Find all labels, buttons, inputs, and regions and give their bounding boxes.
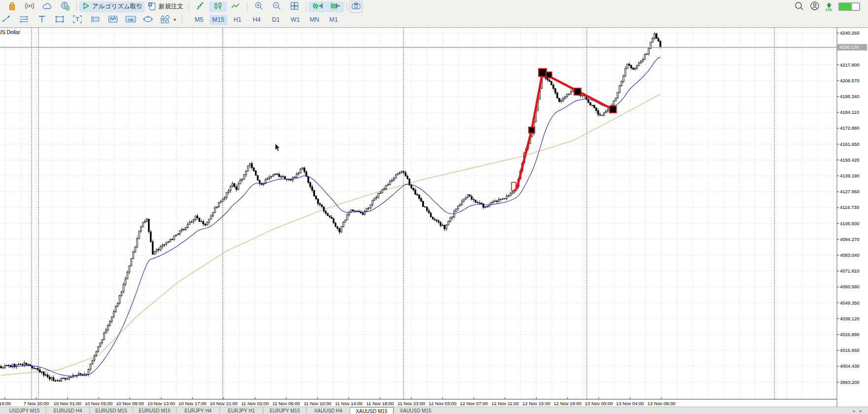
time-axis-label: 11 Nov 14:00: [335, 401, 362, 406]
candle-chart-button[interactable]: [209, 1, 227, 12]
trendline-icon: [1, 14, 11, 26]
market-button[interactable]: [3, 1, 21, 12]
line-chart-icon: [231, 1, 241, 12]
price-axis-label: 4127.960: [840, 189, 860, 194]
new-order-button[interactable]: 新規注文: [145, 1, 186, 12]
time-axis-label: 13 Nov 08:00: [648, 401, 676, 406]
price-axis-label: 4026.890: [840, 332, 860, 337]
price-axis-label: 4150.420: [840, 157, 860, 163]
market-bag-icon: [8, 1, 16, 12]
price-axis-label: 3993.200: [840, 380, 860, 385]
time-axis-label: 12 Nov 03:00: [429, 401, 457, 406]
tabs-scroll-left-icon[interactable]: ◂: [852, 408, 855, 414]
time-axis-label: 10 Nov 21:00: [210, 401, 238, 406]
chart-tab-eurusd-m15[interactable]: EURUSD M15: [133, 407, 176, 414]
price-label-tool-button[interactable]: [86, 14, 104, 25]
price-axis-label: 4139.190: [840, 173, 860, 178]
candlestick-chart[interactable]: 4240.2604217.8004206.5704195.3404184.110…: [0, 0, 868, 414]
timeframe-m15[interactable]: M15: [210, 15, 227, 25]
screenshot-camera-icon: [351, 2, 361, 12]
time-axis-label: 12 Nov 07:00: [460, 401, 488, 406]
community-button[interactable]: [56, 1, 74, 12]
timeframe-switcher: M5M15H1H4D1W1MNM1: [190, 15, 343, 25]
zoom-in-button[interactable]: [250, 1, 268, 12]
tick-chart-button[interactable]: [191, 1, 209, 12]
auto-scroll-icon: [330, 1, 341, 12]
price-axis-label: 4015.660: [840, 347, 860, 353]
chart-tab-bar: USDJPY M15EURUSD H4EURUSD M15EURUSD M15E…: [0, 407, 868, 414]
chart-tab-eurjpy-h1[interactable]: EURJPY H1: [219, 407, 263, 414]
signals-button[interactable]: [21, 1, 38, 12]
timeframe-h4[interactable]: H4: [248, 15, 266, 25]
search-button[interactable]: [794, 1, 804, 13]
separator: [306, 2, 306, 11]
level-up-badge[interactable]: LVL: [826, 2, 832, 11]
text-tool-button[interactable]: [33, 14, 51, 25]
chart-tab-xauusd-m15[interactable]: XAUUSD M15: [350, 407, 394, 414]
price-axis-label: 4240.260: [840, 30, 860, 35]
timeframe-m1[interactable]: M1: [325, 15, 343, 25]
separator: [247, 2, 248, 11]
new-order-label: 新規注文: [159, 2, 183, 11]
channel-icon: [19, 14, 30, 26]
time-axis-label: 10 Nov 17:00: [179, 401, 207, 406]
line-chart-button[interactable]: [227, 1, 245, 12]
algo-trading-button[interactable]: アルゴリズム取引: [79, 1, 145, 12]
vps-button[interactable]: [38, 1, 56, 12]
auto-scroll-button[interactable]: [326, 1, 344, 12]
annotation-square-marker[interactable]: [539, 69, 546, 76]
tile-windows-button[interactable]: [286, 1, 303, 12]
trendline-tool-button[interactable]: [0, 14, 15, 25]
lvl-label: LVL: [826, 8, 832, 11]
annotation-square-marker[interactable]: [574, 88, 581, 95]
toolbar-right-group: LVL: [794, 1, 860, 13]
chart-tab-eurusd-h4[interactable]: EURUSD H4: [46, 407, 89, 414]
chart-tab-usdjpy-m15[interactable]: USDJPY M15: [3, 407, 46, 414]
timeframe-h1[interactable]: H1: [229, 15, 247, 25]
time-axis-label: 10 Nov 05:00: [85, 401, 113, 406]
level-up-icon: [826, 2, 832, 8]
label-tool-button[interactable]: [69, 14, 86, 25]
script-tool-button[interactable]: OK: [122, 14, 140, 25]
rectangle-icon: [54, 14, 65, 26]
rectangle-tool-button[interactable]: [51, 14, 69, 25]
price-axis-label: 4172.880: [840, 125, 860, 131]
time-axis-label: 12 Nov 19:00: [554, 401, 582, 406]
algo-play-icon: [82, 1, 90, 12]
indicator-tool-button[interactable]: [104, 14, 122, 25]
time-axis-label: 16:00: [0, 401, 11, 406]
algo-trading-label: アルゴリズム取引: [92, 2, 143, 11]
annotation-square-marker[interactable]: [610, 106, 616, 113]
chart-tab-eurusd-m15[interactable]: EURUSD M15: [89, 407, 133, 414]
chart-tab-xauusd-h4[interactable]: XAUUSD H4: [306, 407, 350, 414]
shapes-dropdown-button[interactable]: ▾: [157, 14, 179, 25]
chart-tab-eurjpy-m15[interactable]: EURJPY M15: [263, 407, 306, 414]
timeframe-mn[interactable]: MN: [306, 15, 324, 25]
ellipse-tool-button[interactable]: [140, 14, 157, 25]
dropdown-caret-icon: ▾: [174, 17, 176, 22]
annotation-square-marker[interactable]: [529, 127, 535, 133]
screenshot-button[interactable]: [350, 1, 362, 13]
price-axis-label: 4004.430: [840, 363, 860, 369]
profile-button[interactable]: [810, 1, 820, 13]
zoom-out-button[interactable]: [268, 1, 286, 12]
shift-end-button[interactable]: [309, 1, 326, 12]
indicator-window-icon: [108, 14, 118, 26]
chart-tab-eurjpy-h4[interactable]: EURJPY H4: [176, 407, 219, 414]
timeframe-d1[interactable]: D1: [267, 15, 285, 25]
timeframe-m5[interactable]: M5: [190, 15, 208, 25]
price-axis-label: 4060.580: [840, 284, 860, 289]
script-ok-icon: OK: [125, 15, 137, 25]
separator: [76, 2, 77, 11]
tabs-scroll-right-icon[interactable]: ▸: [860, 408, 862, 414]
price-axis-label: 4184.110: [840, 109, 859, 115]
annotation-square-marker[interactable]: [546, 72, 552, 78]
chart-tab-xauusd-m15[interactable]: XAUUSD M15: [394, 407, 437, 414]
current-price-tag-label: 4230.176: [839, 44, 859, 50]
channel-tool-button[interactable]: [15, 14, 33, 25]
zoom-in-icon: [254, 1, 264, 12]
community-icon: [60, 1, 71, 12]
timeframe-w1[interactable]: W1: [287, 15, 304, 25]
chart-tabs: USDJPY M15EURUSD H4EURUSD M15EURUSD M15E…: [0, 407, 437, 414]
price-axis-label: 4071.810: [840, 268, 860, 274]
